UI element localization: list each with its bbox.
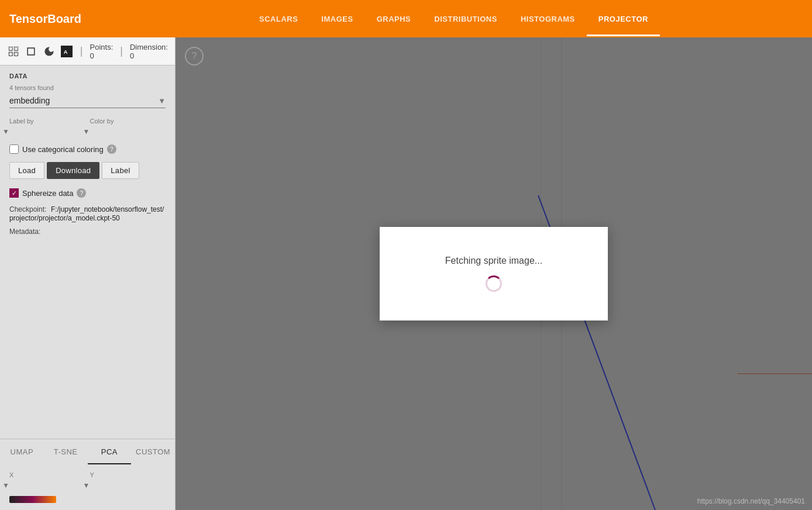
nav-distributions[interactable]: DISTRIBUTIONS: [422, 2, 509, 36]
pca-section: X ▼ Y: [0, 464, 175, 510]
svg-text:A: A: [63, 49, 67, 55]
tab-custom[interactable]: CUSTOM: [131, 439, 175, 464]
load-button[interactable]: Load: [9, 162, 44, 179]
svg-rect-0: [9, 47, 13, 50]
download-button[interactable]: Download: [47, 162, 99, 179]
metadata-key: Metadata:: [9, 228, 40, 236]
categorical-help-icon[interactable]: ?: [107, 144, 116, 154]
font-icon[interactable]: A: [60, 42, 73, 61]
toolbar-bar: A | Points: 0 | Dimension: 0: [0, 37, 175, 66]
loading-overlay: Fetching sprite image...: [380, 227, 608, 321]
nav-links: SCALARS IMAGES GRAPHS DISTRIBUTIONS HIST…: [105, 2, 803, 36]
sidebar-bottom: UMAP T-SNE PCA CUSTOM X ▼: [0, 439, 175, 510]
svg-rect-2: [9, 52, 13, 56]
toolbar-separator: |: [80, 45, 83, 57]
checkpoint-section: Checkpoint: F:/jupyter_notebook/tensorfl…: [9, 205, 166, 222]
label-by-chevron-icon: ▼: [2, 128, 9, 136]
categorical-checkbox[interactable]: [9, 144, 19, 154]
action-btn-row: Load Download Label: [9, 162, 166, 179]
color-by-label: Color by: [90, 118, 166, 125]
topnav: TensorBoard SCALARS IMAGES GRAPHS DISTRI…: [0, 0, 812, 37]
categorical-label: Use categorical coloring: [22, 145, 104, 154]
categorical-row: Use categorical coloring ?: [9, 144, 166, 154]
brand: TensorBoard: [9, 12, 81, 26]
svg-rect-3: [15, 52, 18, 56]
loading-spinner: [486, 275, 502, 292]
nav-histograms[interactable]: HISTOGRAMS: [509, 2, 587, 36]
pca-x-chevron-icon: ▼: [2, 481, 9, 490]
nav-images[interactable]: IMAGES: [309, 2, 364, 36]
pca-dropdowns: X ▼ Y: [9, 471, 166, 491]
color-by-wrapper: Color by ▼: [90, 118, 166, 137]
checkpoint-key: Checkpoint:: [9, 205, 46, 213]
embedding-select-wrapper[interactable]: embedding ▼: [9, 94, 166, 108]
url-bar: https://blog.csdn.net/qq_34405401: [697, 497, 805, 505]
pca-x-label: X: [9, 471, 85, 478]
canvas-area: ? Fetching sprite image... https://blog.…: [176, 37, 812, 510]
label-color-row: Label by ▼ Color by ▼: [9, 118, 166, 137]
dimension-info: Dimension: 0: [130, 43, 168, 60]
sphereize-row: Sphereize data ?: [9, 188, 166, 198]
sphereize-help-icon[interactable]: ?: [77, 188, 86, 198]
pca-y-dropdown: Y ▼: [90, 471, 166, 491]
main-layout: A | Points: 0 | Dimension: 0 DATA 4 tens…: [0, 37, 812, 510]
data-section-label: DATA: [9, 73, 166, 80]
label-by-wrapper: Label by ▼: [9, 118, 85, 137]
sphereize-checkbox[interactable]: [9, 188, 19, 198]
nav-projector[interactable]: PROJECTOR: [587, 2, 660, 36]
help-button[interactable]: ?: [185, 47, 204, 66]
metadata-section: Metadata:: [9, 227, 166, 236]
nav-scalars[interactable]: SCALARS: [247, 2, 309, 36]
label-button[interactable]: Label: [102, 162, 139, 179]
pca-y-label: Y: [90, 471, 166, 478]
pca-x-dropdown: X ▼: [9, 471, 85, 491]
sphereize-label: Sphereize data: [22, 189, 73, 198]
loading-text: Fetching sprite image...: [445, 256, 542, 266]
nav-graphs[interactable]: GRAPHS: [365, 2, 423, 36]
svg-rect-1: [15, 47, 18, 50]
night-icon[interactable]: [42, 42, 55, 61]
points-info: Points: 0: [90, 43, 113, 60]
pca-color-bar: [9, 496, 56, 503]
embedding-select[interactable]: embedding: [9, 94, 166, 108]
tab-umap[interactable]: UMAP: [0, 439, 44, 464]
zoom-icon[interactable]: [25, 42, 37, 61]
select-box-icon[interactable]: [7, 42, 20, 61]
tabs-row: UMAP T-SNE PCA CUSTOM: [0, 439, 175, 464]
tensors-found-label: 4 tensors found: [9, 84, 166, 91]
sidebar: A | Points: 0 | Dimension: 0 DATA 4 tens…: [0, 37, 176, 510]
toolbar-separator2: |: [120, 45, 123, 57]
label-by-label: Label by: [9, 118, 85, 125]
sidebar-content: DATA 4 tensors found embedding ▼ Label b…: [0, 66, 175, 439]
tab-pca[interactable]: PCA: [88, 439, 132, 464]
tab-tsne[interactable]: T-SNE: [44, 439, 88, 464]
